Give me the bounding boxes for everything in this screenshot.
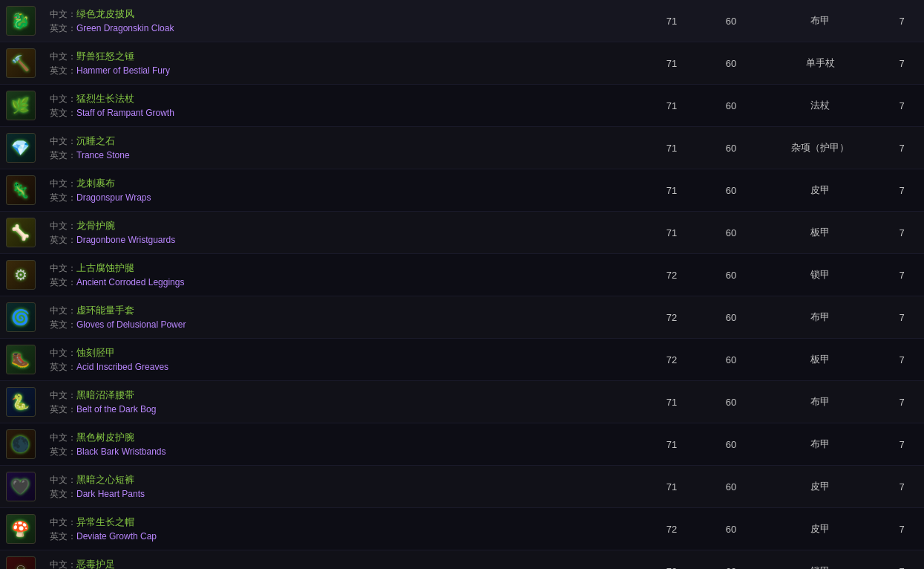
item-en-name: 英文：Black Bark Wristbands <box>50 445 633 458</box>
en-label: 英文： <box>50 23 76 33</box>
item-cn-name: 中文：上古腐蚀护腿 <box>50 261 633 276</box>
en-label: 英文： <box>50 489 76 499</box>
item-icon-col: 🌿 <box>0 88 41 123</box>
item-type: 板甲 <box>761 353 879 366</box>
item-icon: 🐉 <box>6 6 36 36</box>
item-level: 71 <box>642 481 701 492</box>
item-req-level: 60 <box>701 16 761 27</box>
en-label: 英文： <box>50 150 76 160</box>
item-count: 7 <box>879 481 924 492</box>
item-icon: 🥾 <box>6 345 36 374</box>
item-icon-col: 🔨 <box>0 45 41 81</box>
item-icon-col: 🖤 <box>0 469 41 504</box>
item-icon: 🌀 <box>6 302 36 332</box>
item-req-level: 60 <box>701 227 761 238</box>
table-row[interactable]: 🐍 中文：黑暗沼泽腰带 英文：Belt of the Dark Bog 71 6… <box>0 381 924 423</box>
item-count: 7 <box>879 16 924 27</box>
item-name-col: 中文：猛烈生长法杖 英文：Staff of Rampant Growth <box>41 88 642 123</box>
en-label: 英文： <box>50 108 76 118</box>
item-icon-col: 🐉 <box>0 3 41 39</box>
table-row[interactable]: 🍄 中文：异常生长之帽 英文：Deviate Growth Cap 72 60 … <box>0 508 924 550</box>
item-level: 71 <box>642 185 701 196</box>
item-icon: 🐍 <box>6 387 36 417</box>
item-type: 皮甲 <box>761 522 879 536</box>
item-type: 锁甲 <box>761 268 879 282</box>
cn-label: 中文： <box>50 9 76 19</box>
en-label: 英文： <box>50 362 76 372</box>
item-name-col: 中文：沉睡之石 英文：Trance Stone <box>41 131 642 165</box>
item-count: 7 <box>879 439 924 450</box>
table-row[interactable]: 🌿 中文：猛烈生长法杖 英文：Staff of Rampant Growth 7… <box>0 85 924 127</box>
item-en-name: 英文：Staff of Rampant Growth <box>50 106 633 120</box>
item-name-col: 中文：上古腐蚀护腿 英文：Ancient Corroded Leggings <box>41 258 642 292</box>
en-label: 英文： <box>50 446 76 457</box>
item-level: 71 <box>642 143 701 154</box>
item-table: 🐉 中文：绿色龙皮披风 英文：Green Dragonskin Cloak 71… <box>0 0 924 569</box>
item-en-name: 英文：Deviate Growth Cap <box>50 530 633 543</box>
table-row[interactable]: 🔨 中文：野兽狂怒之锤 英文：Hammer of Bestial Fury 71… <box>0 42 924 85</box>
item-name-col: 中文：黑暗之心短裤 英文：Dark Heart Pants <box>41 469 642 504</box>
item-count: 7 <box>879 354 924 365</box>
item-name-col: 中文：黑色树皮护腕 英文：Black Bark Wristbands <box>41 427 642 461</box>
item-icon-col: 💎 <box>0 130 41 166</box>
item-cn-name: 中文：异常生长之帽 <box>50 515 633 530</box>
item-icon: 🖤 <box>6 472 36 501</box>
item-count: 7 <box>879 185 924 196</box>
item-count: 7 <box>879 566 924 570</box>
item-en-name: 英文：Belt of the Dark Bog <box>50 403 633 416</box>
item-icon-col: 🌑 <box>0 426 41 462</box>
table-row[interactable]: 🐉 中文：绿色龙皮披风 英文：Green Dragonskin Cloak 71… <box>0 0 924 42</box>
item-count: 7 <box>879 270 924 281</box>
item-en-name: 英文：Dark Heart Pants <box>50 487 633 501</box>
table-row[interactable]: 💎 中文：沉睡之石 英文：Trance Stone 71 60 杂项（护甲） 7 <box>0 127 924 169</box>
item-type: 单手杖 <box>761 56 879 70</box>
item-cn-name: 中文：恶毒护足 <box>50 557 633 569</box>
table-row[interactable]: 🌀 中文：虚环能量手套 英文：Gloves of Delusional Powe… <box>0 296 924 339</box>
table-row[interactable]: 🖤 中文：黑暗之心短裤 英文：Dark Heart Pants 71 60 皮甲… <box>0 466 924 508</box>
item-type: 锁甲 <box>761 565 879 569</box>
item-en-name: 英文：Dragonbone Wristguards <box>50 233 633 247</box>
item-req-level: 60 <box>701 524 761 535</box>
table-row[interactable]: 🦴 中文：龙骨护腕 英文：Dragonbone Wristguards 71 6… <box>0 212 924 254</box>
item-cn-name: 中文：黑暗沼泽腰带 <box>50 388 633 403</box>
item-cn-name: 中文：野兽狂怒之锤 <box>50 49 633 64</box>
table-row[interactable]: ☠ 中文：恶毒护足 英文：Malignant Footguards 72 60 … <box>0 550 924 569</box>
table-row[interactable]: 🌑 中文：黑色树皮护腕 英文：Black Bark Wristbands 71 … <box>0 423 924 466</box>
cn-label: 中文： <box>50 390 76 400</box>
cn-label: 中文： <box>50 178 76 189</box>
cn-label: 中文： <box>50 263 76 273</box>
item-type: 杂项（护甲） <box>761 141 879 155</box>
en-label: 英文： <box>50 65 76 76</box>
item-icon: ⚙ <box>6 260 36 290</box>
item-req-level: 60 <box>701 397 761 408</box>
item-cn-name: 中文：龙刺裹布 <box>50 176 633 191</box>
item-name-col: 中文：野兽狂怒之锤 英文：Hammer of Bestial Fury <box>41 46 642 80</box>
item-count: 7 <box>879 143 924 154</box>
item-name-col: 中文：黑暗沼泽腰带 英文：Belt of the Dark Bog <box>41 385 642 419</box>
cn-label: 中文： <box>50 432 76 443</box>
item-icon: 🌑 <box>6 429 36 459</box>
table-row[interactable]: 🦎 中文：龙刺裹布 英文：Dragonspur Wraps 71 60 皮甲 7 <box>0 169 924 212</box>
item-req-level: 60 <box>701 143 761 154</box>
item-count: 7 <box>879 524 924 535</box>
item-cn-name: 中文：虚环能量手套 <box>50 303 633 318</box>
item-name-col: 中文：龙刺裹布 英文：Dragonspur Wraps <box>41 173 642 207</box>
item-icon-col: 🌀 <box>0 299 41 335</box>
item-icon-col: ☠ <box>0 553 41 569</box>
item-level: 71 <box>642 100 701 111</box>
item-req-level: 60 <box>701 481 761 492</box>
cn-label: 中文： <box>50 348 76 358</box>
item-name-col: 中文：龙骨护腕 英文：Dragonbone Wristguards <box>41 215 642 250</box>
item-icon-col: 🐍 <box>0 384 41 420</box>
item-req-level: 60 <box>701 312 761 323</box>
cn-label: 中文： <box>50 94 76 104</box>
item-level: 72 <box>642 270 701 281</box>
table-row[interactable]: 🥾 中文：蚀刻胫甲 英文：Acid Inscribed Greaves 72 6… <box>0 339 924 381</box>
table-row[interactable]: ⚙ 中文：上古腐蚀护腿 英文：Ancient Corroded Leggings… <box>0 254 924 296</box>
en-label: 英文： <box>50 404 76 414</box>
item-level: 71 <box>642 58 701 69</box>
cn-label: 中文： <box>50 559 76 569</box>
cn-label: 中文： <box>50 517 76 527</box>
item-icon-col: 🍄 <box>0 511 41 547</box>
cn-label: 中文： <box>50 221 76 231</box>
